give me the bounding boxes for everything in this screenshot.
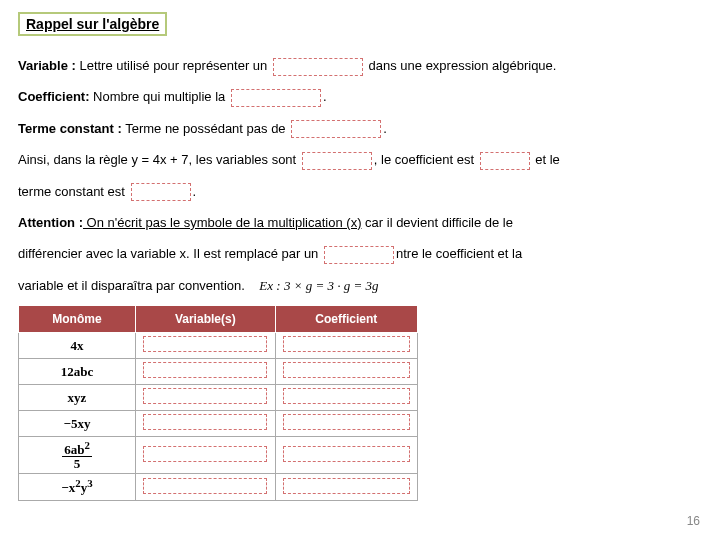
coefficient-cell [275,359,417,385]
coeff-text: Nombre qui multiplie la [90,89,229,104]
monome-cell: −5xy [19,411,136,437]
blank-box [283,446,410,462]
table-row: xyz [19,385,418,411]
table-row: 4x [19,333,418,359]
monome-cell: −x2y3 [19,474,136,500]
variable-cell [135,411,275,437]
blank-box [283,336,410,352]
coefficient-cell [275,474,417,500]
coeff-label: Coefficient: [18,89,90,104]
example-line2: terme constant est . [18,180,702,203]
blank-box [143,388,267,404]
blank-box [231,89,321,107]
variable-cell [135,437,275,474]
attention-line3: variable et il disparaîtra par conventio… [18,274,702,297]
variable-label: Variable : [18,58,76,73]
def-variable: Variable : Lettre utilisé pour représent… [18,54,702,77]
th-coefficient: Coefficient [275,306,417,333]
variable-cell [135,359,275,385]
def-constant: Terme constant : Terme ne possédant pas … [18,117,702,140]
blank-box [143,446,267,462]
attention-line2a: différencier avec la variable x. Il est … [18,246,322,261]
table-row: −x2y3 [19,474,418,500]
blank-box [283,388,410,404]
const-label: Terme constant : [18,121,122,136]
page-number: 16 [687,514,700,528]
section-title: Rappel sur l'algèbre [18,12,167,36]
example-text3: et le [532,152,560,167]
variable-cell [135,474,275,500]
th-variables: Variable(s) [135,306,275,333]
blank-box [143,362,267,378]
example-line1: Ainsi, dans la règle y = 4x + 7, les var… [18,148,702,171]
attention-line2: différencier avec la variable x. Il est … [18,242,702,265]
blank-box [283,478,410,494]
coefficient-cell [275,411,417,437]
blank-box [283,362,410,378]
attention-text2: car il devient difficile de le [361,215,513,230]
blank-box [302,152,372,170]
monome-cell: 12abc [19,359,136,385]
attention-line2b: ntre le coefficient et la [396,246,522,261]
variable-cell [135,333,275,359]
blank-box [143,414,267,430]
attention-line3-text: variable et il disparaîtra par conventio… [18,278,245,293]
monome-cell: 6ab25 [19,437,136,474]
math-example: Ex : 3 × g = 3 · g = 3g [259,278,378,293]
monome-table: Monôme Variable(s) Coefficient 4x12abcxy… [18,305,418,501]
blank-box [273,58,363,76]
blank-box [143,336,267,352]
variable-cell [135,385,275,411]
attention-text1: On n'écrit pas le symbole de la multipli… [83,215,361,230]
coefficient-cell [275,333,417,359]
blank-box [143,478,267,494]
monome-cell: 4x [19,333,136,359]
const-text: Terme ne possédant pas de [122,121,289,136]
blank-box [283,414,410,430]
attention-label: Attention : [18,215,83,230]
example-text1: Ainsi, dans la règle y = 4x + 7, les var… [18,152,300,167]
blank-box [131,183,191,201]
table-row: −5xy [19,411,418,437]
th-monome: Monôme [19,306,136,333]
attention-line1: Attention : On n'écrit pas le symbole de… [18,211,702,234]
coefficient-cell [275,385,417,411]
blank-box [480,152,530,170]
table-row: 12abc [19,359,418,385]
variable-text1: Lettre utilisé pour représenter un [76,58,271,73]
coefficient-cell [275,437,417,474]
blank-box [291,120,381,138]
def-coefficient: Coefficient: Nombre qui multiplie la . [18,85,702,108]
example-text2: , le coefficient est [374,152,478,167]
variable-text2: dans une expression algébrique. [365,58,557,73]
monome-cell: xyz [19,385,136,411]
example-text4: terme constant est [18,184,129,199]
blank-box [324,246,394,264]
table-row: 6ab25 [19,437,418,474]
